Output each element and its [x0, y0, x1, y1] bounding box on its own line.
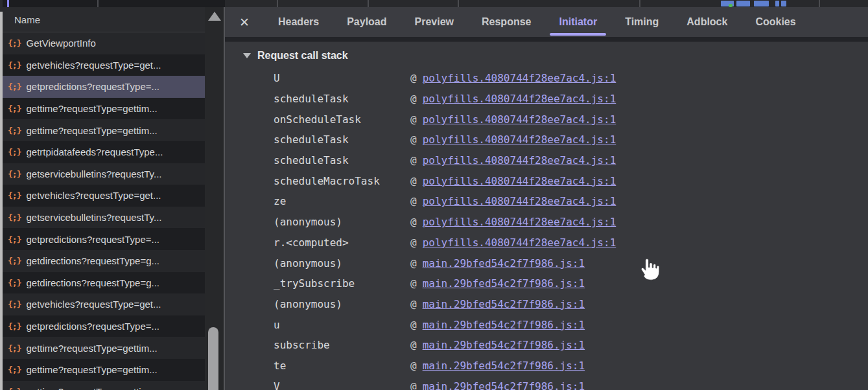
column-divider	[277, 0, 278, 7]
waterfall-request-bar	[781, 1, 786, 6]
request-name: getrtpidatafeeds?requestType...	[26, 146, 163, 157]
at-symbol: @	[410, 277, 417, 290]
detail-tab[interactable]: Payload	[338, 7, 395, 37]
network-request-row[interactable]: {;} getservicebulletins?requestTy...	[3, 207, 205, 229]
stack-frame-source-link[interactable]: polyfills.4080744f28ee7ac4.js:1	[423, 93, 616, 105]
at-symbol: @	[410, 113, 417, 126]
section-title: Request call stack	[257, 50, 348, 62]
network-request-row[interactable]: {;} gettime?requestType=gettim...	[3, 119, 205, 141]
stack-frame-source-link[interactable]: main.29bfed54c2f7f986.js:1	[423, 339, 585, 351]
stack-frame-source-link[interactable]: polyfills.4080744f28ee7ac4.js:1	[423, 236, 616, 249]
request-name: getvehicles?requestType=get...	[26, 190, 161, 201]
devtools-network-initiator-view: Name {;} GetViewportInfo {;} getvehicles…	[0, 0, 868, 390]
detail-tab[interactable]: Preview	[406, 7, 463, 37]
stack-frame-function: te	[274, 360, 410, 372]
script-icon: {;}	[8, 190, 21, 200]
stack-frame-source-link[interactable]: polyfills.4080744f28ee7ac4.js:1	[423, 113, 616, 126]
stack-frame-source-link[interactable]: polyfills.4080744f28ee7ac4.js:1	[423, 175, 616, 187]
tab-bar-bottom-band	[225, 37, 868, 42]
detail-tab[interactable]: Timing	[616, 7, 668, 37]
network-request-row[interactable]: {;} gettime?requestType=gettim...	[3, 337, 205, 359]
network-request-row[interactable]: {;} getrtpidatafeeds?requestType...	[3, 141, 205, 163]
stack-frame-source-link[interactable]: polyfills.4080744f28ee7ac4.js:1	[423, 195, 616, 207]
stack-frame-source-link[interactable]: main.29bfed54c2f7f986.js:1	[423, 380, 585, 390]
detail-tab[interactable]: Cookies	[746, 7, 804, 37]
tab-label: Initiator	[559, 16, 597, 28]
request-name: getpredictions?requestType=...	[26, 234, 159, 245]
stack-frame-row: (anonymous) @ main.29bfed54c2f7f986.js:1	[225, 294, 868, 315]
request-name: getdirections?requestType=g...	[26, 255, 159, 266]
stack-frame-function: r.<computed>	[274, 236, 410, 249]
detail-tabs: Headers Payload Preview Response	[269, 7, 805, 37]
network-request-row[interactable]: {;} GetViewportInfo	[3, 32, 205, 54]
waterfall-request-bar	[736, 1, 750, 6]
request-name: GetViewportInfo	[26, 38, 95, 49]
stack-frame-function: U	[274, 72, 410, 84]
stack-frame-row: scheduleTask @ polyfills.4080744f28ee7ac…	[225, 130, 868, 150]
network-request-row[interactable]: {;} getpredictions?requestType=...	[3, 315, 205, 338]
network-request-row[interactable]: {;} gettime?requestType=gettim...	[3, 98, 205, 120]
request-name: getvehicles?requestType=get...	[26, 299, 161, 310]
stack-frame-row: onScheduleTask @ polyfills.4080744f28ee7…	[225, 109, 868, 130]
detail-tab-bar: ✕ Headers Payload Preview Respon	[225, 7, 868, 37]
stack-frame-source-link[interactable]: main.29bfed54c2f7f986.js:1	[423, 319, 585, 331]
stack-frame-function: scheduleTask	[274, 154, 410, 166]
network-request-row[interactable]: {;} getvehicles?requestType=get...	[3, 185, 205, 207]
request-name: getvehicles?requestType=get...	[26, 60, 161, 71]
at-symbol: @	[410, 298, 417, 310]
tab-label: Cookies	[755, 16, 795, 28]
stack-frame-source-link[interactable]: main.29bfed54c2f7f986.js:1	[423, 360, 585, 372]
script-icon: {;}	[8, 104, 21, 113]
network-request-row[interactable]: {;} getdirections?requestType=g...	[3, 272, 205, 294]
stack-frame-function: u	[274, 319, 410, 331]
stack-frame-source-link[interactable]: polyfills.4080744f28ee7ac4.js:1	[423, 72, 616, 84]
detail-tab[interactable]: Adblock	[677, 7, 736, 37]
scrollbar-up-arrow-icon[interactable]	[208, 12, 221, 21]
stack-frame-row: te @ main.29bfed54c2f7f986.js:1	[225, 356, 868, 376]
stack-frame-source-link[interactable]: main.29bfed54c2f7f986.js:1	[423, 277, 585, 290]
script-icon: {;}	[8, 256, 21, 266]
stack-frame-source-link[interactable]: polyfills.4080744f28ee7ac4.js:1	[423, 154, 616, 166]
at-symbol: @	[410, 236, 417, 249]
waterfall-strip-left	[0, 0, 225, 7]
stack-frame-source-link[interactable]: polyfills.4080744f28ee7ac4.js:1	[423, 133, 616, 146]
scrollbar-thumb[interactable]	[208, 327, 218, 390]
at-symbol: @	[410, 154, 417, 166]
network-request-list-panel: Name {;} GetViewportInfo {;} getvehicles…	[3, 7, 224, 390]
stack-frame-source-link[interactable]: polyfills.4080744f28ee7ac4.js:1	[423, 216, 616, 228]
network-request-row[interactable]: {;} gettime?requestType=gettim...	[3, 359, 205, 381]
detail-tab[interactable]: Initiator	[550, 7, 606, 37]
at-symbol: @	[410, 319, 417, 331]
stack-frame-function: (anonymous)	[274, 298, 410, 310]
stack-frame-function: ze	[274, 195, 410, 207]
script-icon: {;}	[8, 387, 21, 390]
detail-tab[interactable]: Response	[473, 7, 540, 37]
detail-tab[interactable]: Headers	[269, 7, 328, 37]
stack-frame-source-link[interactable]: main.29bfed54c2f7f986.js:1	[423, 298, 585, 310]
column-divider	[819, 0, 820, 7]
at-symbol: @	[410, 380, 417, 390]
stack-frame-function: scheduleMacroTask	[274, 175, 410, 187]
network-request-row[interactable]: {;} getvehicles?requestType=get...	[3, 54, 205, 76]
request-name: getpredictions?requestType=...	[26, 321, 159, 332]
network-request-row[interactable]: {;} getpredictions?requestType=...	[3, 76, 205, 98]
at-symbol: @	[410, 257, 417, 270]
network-request-row[interactable]: {;} getvehicles?requestType=get...	[3, 293, 205, 315]
network-request-row[interactable]: {;} getservicebulletins?requestTy...	[3, 163, 205, 185]
request-detail-panel: ✕ Headers Payload Preview Respon	[225, 7, 868, 390]
name-column-header[interactable]: Name	[3, 7, 224, 32]
script-icon: {;}	[8, 169, 21, 179]
request-call-stack-section-header[interactable]: Request call stack	[225, 46, 868, 65]
request-name: gettime?requestType=gettim...	[26, 343, 157, 354]
stack-frame-function: subscribe	[274, 339, 410, 351]
network-request-row[interactable]: {;} getdirections?requestType=g...	[3, 250, 205, 272]
request-name: gettime?requestType=gettim...	[26, 103, 157, 114]
waterfall-request-bar	[754, 1, 769, 6]
network-request-row[interactable]: {;} gettime?requestType=gettim...	[3, 381, 205, 390]
network-request-row[interactable]: {;} getpredictions?requestType=...	[3, 228, 205, 250]
stack-frame-row: scheduleMacroTask @ polyfills.4080744f28…	[225, 170, 868, 191]
stack-frame-row: (anonymous) @ main.29bfed54c2f7f986.js:1	[225, 253, 868, 273]
close-icon[interactable]: ✕	[237, 15, 252, 30]
tab-label: Preview	[415, 16, 454, 28]
stack-frame-source-link[interactable]: main.29bfed54c2f7f986.js:1	[423, 257, 585, 270]
